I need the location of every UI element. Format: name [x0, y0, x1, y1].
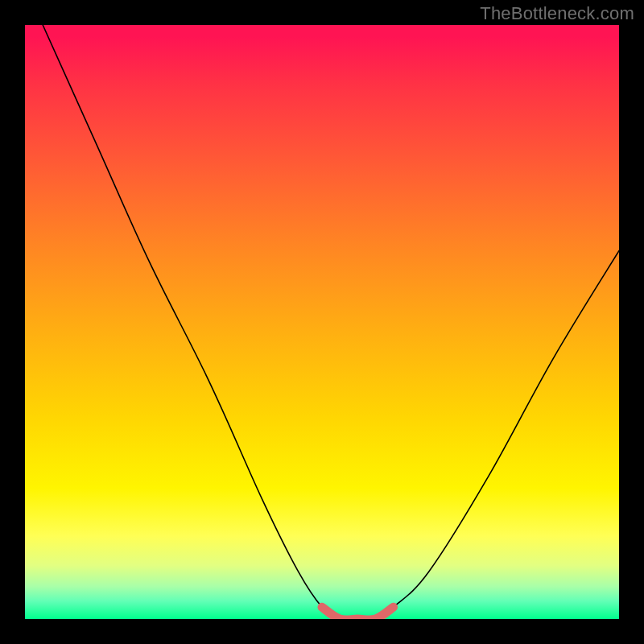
curve-svg — [25, 25, 619, 619]
watermark-text: TheBottleneck.com — [480, 3, 634, 24]
chart-container: TheBottleneck.com — [0, 0, 644, 644]
optimal-band-path — [322, 607, 394, 619]
bottleneck-curve-path — [43, 25, 619, 619]
plot-area — [25, 25, 619, 619]
